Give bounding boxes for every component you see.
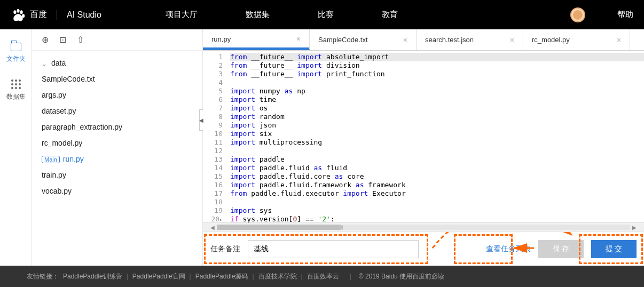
close-icon[interactable]: × [617,36,621,44]
tab-rc-model[interactable]: rc_model.py× [523,29,630,50]
svg-point-2 [20,10,23,14]
side-tab-label: 数据集 [6,92,26,101]
help-link[interactable]: 帮助 [617,10,633,20]
baidu-paw-icon [11,7,26,22]
tree-file[interactable]: args.py [40,87,195,103]
tree-file[interactable]: dataset.py [40,103,195,119]
topbar: 百度 AI Studio 项目大厅 数据集 比赛 教育 帮助 [0,0,644,29]
submit-button[interactable]: 提 交 [591,240,637,258]
nav-item-competitions[interactable]: 比赛 [318,10,334,20]
side-tab-dataset[interactable]: 数据集 [6,79,26,101]
main-area: 文件夹 数据集 ⊕ ⊡ ⇧ data SampleCode.txt args.p… [0,29,644,266]
brand-sub: AI Studio [67,10,101,20]
footer-link[interactable]: 百度技术学院 [258,272,297,281]
new-folder-icon[interactable]: ⊡ [59,35,66,45]
file-panel: ⊕ ⊡ ⇧ data SampleCode.txt args.py datase… [32,29,203,266]
dataset-icon [11,79,21,89]
footer-link[interactable]: PaddlePaddle训练营 [63,272,122,281]
footer-link[interactable]: PaddlePaddle官网 [132,272,185,281]
svg-point-1 [17,9,19,12]
tree-file[interactable]: train.py [40,167,195,183]
side-tab-files[interactable]: 文件夹 [6,43,26,63]
code-content[interactable]: from __future__ import absolute_importfr… [227,51,644,222]
footer-copyright: © 2019 Baidu 使用百度前必读 [359,272,444,281]
code-editor[interactable]: 1234567891011121314151617181920▸21222324… [203,51,644,222]
folder-icon [11,43,21,51]
tree-file[interactable]: paragraph_extraction.py [40,119,195,135]
tree-file[interactable]: SampleCode.txt [40,71,195,87]
logo-separator [57,10,57,20]
tree-file-active[interactable]: Mainrun.py [40,151,195,167]
nav-item-datasets[interactable]: 数据集 [246,10,270,20]
close-icon[interactable]: × [296,35,301,43]
file-toolbar: ⊕ ⊡ ⇧ [32,29,202,51]
view-tasks-link[interactable]: 查看任务列表 [486,244,531,254]
horizontal-scrollbar[interactable]: ◀ ⫴ ▶ [203,222,644,232]
logo[interactable]: 百度 AI Studio [11,7,101,22]
footer-prefix: 友情链接： [27,272,59,281]
side-tab-label: 文件夹 [6,54,26,63]
nav-item-projects[interactable]: 项目大厅 [166,10,198,20]
action-bar: 任务备注 查看任务列表 保 存 提 交 [203,232,644,266]
svg-point-0 [13,10,16,14]
task-remark-input[interactable] [248,240,419,258]
editor-area: ◀ run.py× SampleCode.txt× search.test.js… [203,29,644,266]
tree-file[interactable]: rc_model.py [40,135,195,151]
footer-link[interactable]: PaddlePaddle源码 [195,272,248,281]
tab-run-py[interactable]: run.py× [203,29,310,50]
footer-link[interactable]: 百度效率云 [307,272,339,281]
brand-cn: 百度 [30,9,47,20]
close-icon[interactable]: × [403,36,407,44]
left-rail: 文件夹 数据集 [0,29,32,266]
task-remark-label: 任务备注 [210,244,240,254]
upload-icon[interactable]: ⇧ [77,35,84,45]
nav-item-education[interactable]: 教育 [382,10,398,20]
tree-folder-data[interactable]: data [40,55,195,71]
collapse-handle[interactable]: ◀ [199,109,203,131]
tab-search-json[interactable]: search.test.json× [417,29,523,50]
new-file-icon[interactable]: ⊕ [42,35,49,45]
tab-samplecode[interactable]: SampleCode.txt× [310,29,417,50]
file-tree: data SampleCode.txt args.py dataset.py p… [32,51,202,203]
avatar[interactable] [570,7,585,22]
tree-file[interactable]: vocab.py [40,183,195,199]
line-gutter: 1234567891011121314151617181920▸21222324 [203,51,227,222]
close-icon[interactable]: × [510,36,514,44]
save-button[interactable]: 保 存 [538,240,584,258]
top-nav: 项目大厅 数据集 比赛 教育 [166,10,398,20]
main-badge: Main [42,156,60,163]
footer: 友情链接： PaddlePaddle训练营| PaddlePaddle官网| P… [0,266,644,287]
editor-tabs: run.py× SampleCode.txt× search.test.json… [203,29,644,51]
